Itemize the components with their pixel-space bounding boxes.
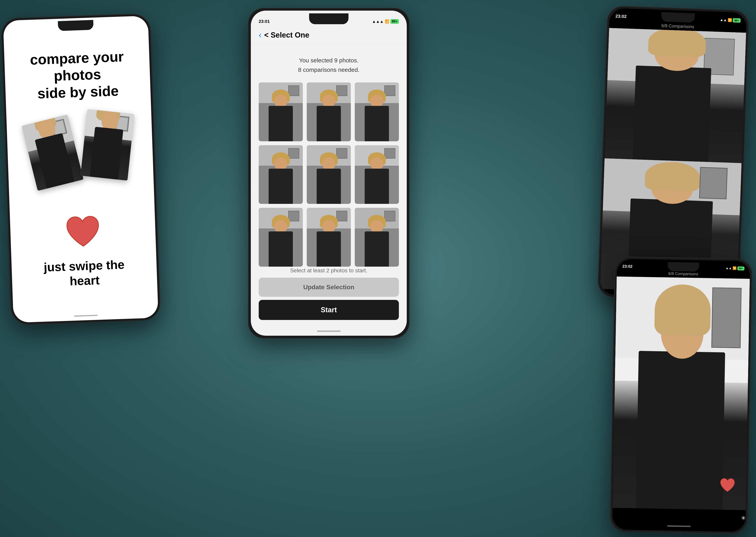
selection-info: You selected 9 photos. 8 comparisons nee… — [261, 56, 397, 75]
photo-grid — [259, 82, 399, 267]
heart-overlay-icon — [718, 477, 736, 494]
selection-info-line2: 8 comparisons needed. — [261, 65, 397, 75]
phone-notch-middle — [309, 13, 348, 24]
grid-photo-4[interactable] — [259, 145, 303, 204]
phone3-photo-top — [604, 28, 746, 163]
phone3-time: 23:02 — [615, 14, 627, 19]
phone4-main-photo — [613, 276, 750, 510]
start-button[interactable]: Start — [259, 300, 399, 320]
phone3-wifi-icon: 🛜 — [728, 18, 732, 22]
grid-photo-3[interactable] — [355, 82, 399, 141]
phone2-navbar[interactable]: ‹ < Select One — [251, 26, 407, 44]
fan-photo-right — [80, 109, 134, 181]
phone1-title-line2: side by side — [37, 83, 119, 101]
phone-right-bottom: 23:02 ▲▲ 🛜 80+ 6/8 Comparisons — [610, 256, 752, 534]
phone1-title-line1: compare your photos — [30, 49, 124, 84]
grid-photo-2[interactable] — [307, 82, 351, 141]
nav-title: < Select One — [264, 31, 309, 39]
grid-photo-7[interactable] — [259, 208, 303, 267]
phone3-comparison-photos — [600, 28, 746, 293]
grid-photo-1[interactable] — [259, 82, 303, 141]
phone3-status-icons: ▲▲ 🛜 80+ — [720, 18, 741, 23]
phone4-battery: 80+ — [737, 266, 744, 270]
wifi-icon: 📶 — [385, 19, 389, 23]
signal-icon: ▲▲▲ — [372, 19, 383, 24]
phone1-title: compare your photos side by side — [14, 47, 141, 103]
phone4-time: 23:02 — [622, 264, 633, 269]
footer-hint: Select at least 2 photos to start. — [259, 268, 399, 274]
selection-info-line1: You selected 9 photos. — [261, 56, 397, 65]
home-indicator-middle — [317, 331, 340, 332]
photos-fan — [22, 110, 139, 205]
phone-right-top: 23:02 ▲▲ 🛜 80+ 6/8 Comparisons — [597, 6, 749, 302]
home-indicator-right-bottom — [667, 525, 690, 527]
grid-photo-5[interactable] — [307, 145, 351, 204]
phone2-battery: 80+ — [390, 19, 399, 24]
phone3-signal-icon: ▲▲ — [720, 18, 727, 22]
phone-notch-left — [58, 20, 94, 31]
phone4-signal-icon: ▲▲ — [726, 266, 732, 270]
phone1-subtitle-line2: heart — [69, 273, 100, 288]
phone3-battery: 80+ — [733, 18, 741, 22]
phone1-content: compare your photos side by side — [3, 16, 158, 323]
phone-notch-right-bottom — [668, 262, 699, 272]
phone2-time: 23:01 — [259, 19, 270, 24]
grid-photo-9[interactable] — [355, 208, 399, 267]
phone-middle: 23:01 ▲▲▲ 📶 80+ ‹ < Select One You selec… — [248, 8, 410, 339]
heart-icon-large — [63, 214, 103, 252]
brightness-icon[interactable]: ✳ — [741, 515, 746, 521]
back-arrow-icon[interactable]: ‹ — [259, 30, 261, 40]
update-selection-button[interactable]: Update Selection — [259, 278, 399, 297]
phone1-subtitle: just swipe the heart — [44, 257, 125, 289]
grid-photo-8[interactable] — [307, 208, 351, 267]
phone4-wifi-icon: 🛜 — [733, 266, 736, 270]
phone1-subtitle-line1: just swipe the — [44, 258, 125, 274]
fan-photo-left — [22, 114, 83, 191]
phone-left: compare your photos side by side — [1, 13, 161, 325]
grid-photo-6[interactable] — [355, 145, 399, 204]
phone2-status-icons: ▲▲▲ 📶 80+ — [372, 19, 399, 24]
phone-notch-right-top — [661, 12, 695, 22]
phone4-status-icons: ▲▲ 🛜 80+ — [726, 266, 744, 270]
